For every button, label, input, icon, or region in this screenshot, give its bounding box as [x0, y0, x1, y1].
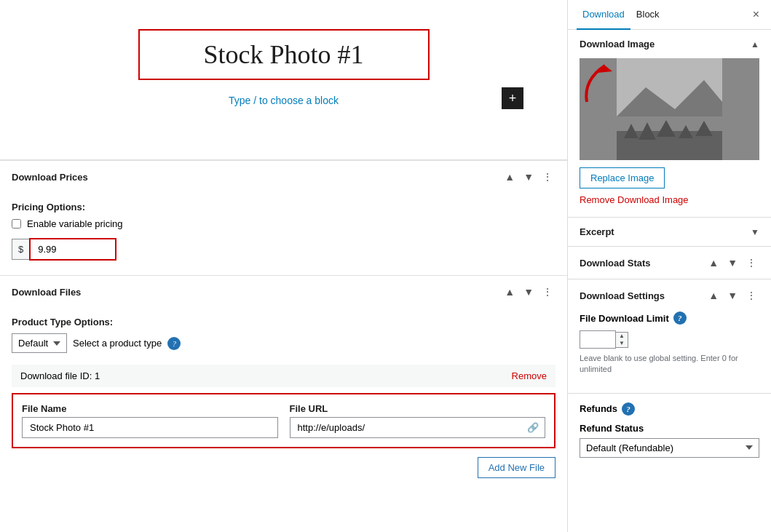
settings-down-btn[interactable]: ▼	[724, 288, 740, 303]
settings-drag-btn[interactable]: ⋮	[743, 288, 759, 303]
download-settings-title: Download Settings	[580, 290, 665, 301]
variable-pricing-label: Enable variable pricing	[27, 218, 123, 229]
download-files-header[interactable]: Download Files ▲ ▼ ⋮	[0, 276, 567, 308]
sidebar: Download Block × Download Image ▲	[567, 0, 771, 532]
limit-spinner-up[interactable]: ▲	[616, 333, 628, 340]
download-image-preview	[580, 58, 759, 160]
files-collapse-up-btn[interactable]: ▲	[502, 285, 518, 299]
variable-pricing-row: Enable variable pricing	[12, 218, 555, 229]
refunds-section: Refunds ? Refund Status Default (Refunda…	[568, 394, 771, 467]
prices-collapse-down-btn[interactable]: ▼	[521, 170, 537, 184]
file-name-input[interactable]	[22, 417, 278, 438]
download-files-panel: Download Files ▲ ▼ ⋮ Product Type Option…	[0, 275, 567, 493]
file-url-label: File URL	[290, 403, 546, 414]
settings-up-btn[interactable]: ▲	[705, 288, 721, 303]
excerpt-header[interactable]: Excerpt ▼	[568, 218, 771, 246]
download-settings-section: Download Settings ▲ ▼ ⋮ File Download Li…	[568, 279, 771, 394]
download-stats-section: Download Stats ▲ ▼ ⋮	[568, 247, 771, 279]
replace-image-button[interactable]: Replace Image	[580, 167, 665, 188]
file-name-label: File Name	[22, 403, 278, 414]
file-fields-wrapper: File Name File URL 🔗	[12, 393, 555, 448]
price-row: $	[12, 238, 555, 261]
download-files-body: Product Type Options: Default Select a p…	[0, 308, 567, 493]
file-url-wrapper: 🔗	[290, 417, 546, 438]
add-block-hint[interactable]: Type / to choose a block	[229, 95, 339, 106]
file-url-field: File URL 🔗	[290, 403, 546, 438]
download-prices-title: Download Prices	[12, 172, 88, 183]
refund-status-select[interactable]: Default (Refundable)	[580, 438, 759, 458]
download-files-controls: ▲ ▼ ⋮	[502, 285, 555, 299]
refunds-help-icon[interactable]: ?	[622, 402, 635, 416]
limit-hint-text: Leave blank to use global setting. Enter…	[580, 353, 759, 376]
product-type-hint: Select a product type	[73, 338, 162, 349]
remove-image-link[interactable]: Remove Download Image	[580, 194, 759, 205]
stats-up-btn[interactable]: ▲	[705, 255, 721, 270]
limit-input-wrapper: ▲ ▼	[580, 330, 759, 349]
excerpt-title: Excerpt	[580, 226, 614, 237]
product-type-label: Product Type Options:	[12, 317, 555, 327]
sidebar-tabs: Download Block ×	[568, 0, 771, 30]
product-type-select[interactable]: Default	[12, 333, 67, 353]
download-image-title: Download Image	[580, 39, 655, 49]
stats-drag-btn[interactable]: ⋮	[743, 255, 759, 270]
refunds-header: Refunds ?	[580, 402, 759, 416]
download-prices-controls: ▲ ▼ ⋮	[502, 170, 555, 184]
file-remove-link[interactable]: Remove	[512, 370, 547, 381]
prices-collapse-up-btn[interactable]: ▲	[502, 170, 518, 184]
variable-pricing-checkbox[interactable]	[12, 219, 21, 229]
files-drag-btn[interactable]: ⋮	[539, 285, 555, 299]
download-image-chevron-up-icon: ▲	[751, 39, 759, 49]
excerpt-chevron-down-icon: ▼	[751, 227, 759, 237]
file-download-id-row: Download file ID: 1 Remove	[12, 365, 555, 387]
file-download-limit-label: File Download Limit	[580, 313, 669, 324]
download-files-title: Download Files	[12, 287, 81, 298]
download-image-header[interactable]: Download Image ▲	[568, 30, 771, 58]
prices-drag-btn[interactable]: ⋮	[539, 170, 555, 184]
page-title: Stock Photo #1	[203, 40, 363, 69]
editor-area: Stock Photo #1 Type / to choose a block …	[0, 0, 567, 160]
excerpt-section: Excerpt ▼	[568, 218, 771, 247]
stats-controls: ▲ ▼ ⋮	[705, 255, 759, 270]
product-type-help-icon[interactable]: ?	[167, 337, 181, 350]
limit-number-input[interactable]	[580, 330, 616, 349]
add-new-file-button[interactable]: Add New File	[478, 457, 555, 478]
refunds-title: Refunds	[580, 403, 617, 414]
product-type-row: Default Select a product type ?	[12, 333, 555, 353]
stats-down-btn[interactable]: ▼	[724, 255, 740, 270]
red-arrow-annotation	[580, 58, 623, 109]
limit-spinner-down[interactable]: ▼	[616, 340, 628, 347]
download-prices-body: Pricing Options: Enable variable pricing…	[0, 193, 567, 275]
download-settings-body: File Download Limit ? ▲ ▼ Leave blank to…	[568, 311, 771, 393]
file-url-input[interactable]	[290, 418, 522, 437]
download-prices-header[interactable]: Download Prices ▲ ▼ ⋮	[0, 161, 567, 193]
tab-block[interactable]: Block	[630, 0, 665, 30]
download-settings-header[interactable]: Download Settings ▲ ▼ ⋮	[568, 279, 771, 311]
file-fields-row: File Name File URL 🔗	[22, 403, 545, 438]
download-stats-header[interactable]: Download Stats ▲ ▼ ⋮	[568, 247, 771, 279]
download-prices-panel: Download Prices ▲ ▼ ⋮ Pricing Options: E…	[0, 160, 567, 275]
download-image-body: Replace Image Remove Download Image	[568, 58, 771, 217]
settings-controls: ▲ ▼ ⋮	[705, 288, 759, 303]
add-block-button[interactable]: +	[502, 87, 523, 109]
files-collapse-down-btn[interactable]: ▼	[521, 285, 537, 299]
limit-spinners: ▲ ▼	[616, 332, 628, 348]
url-link-icon[interactable]: 🔗	[521, 418, 545, 437]
sidebar-close-button[interactable]: ×	[750, 5, 762, 24]
file-download-limit-container: File Download Limit ?	[580, 311, 759, 325]
file-id-label: Download file ID: 1	[20, 370, 100, 381]
tab-download[interactable]: Download	[577, 0, 630, 30]
download-stats-title: Download Stats	[580, 258, 651, 269]
refund-status-label: Refund Status	[580, 423, 759, 434]
title-block[interactable]: Stock Photo #1	[138, 29, 430, 80]
download-image-section: Download Image ▲	[568, 30, 771, 218]
file-download-limit-help-icon[interactable]: ?	[673, 311, 687, 325]
file-name-field: File Name	[22, 403, 278, 438]
pricing-options-label: Pricing Options:	[12, 202, 555, 213]
price-symbol: $	[12, 239, 29, 260]
price-input[interactable]	[29, 238, 116, 261]
add-file-row: Add New File	[12, 457, 555, 478]
